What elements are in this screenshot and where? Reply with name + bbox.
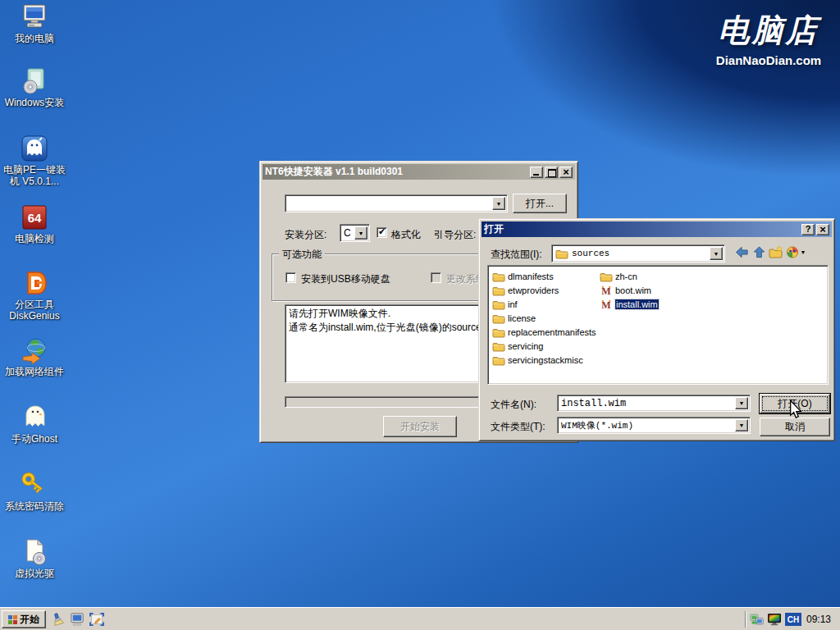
network-icon: [750, 614, 765, 626]
file-name: replacementmanifests: [508, 327, 596, 337]
desktop-icon-label: Windows安装: [2, 97, 67, 108]
desktop-cleaner-button[interactable]: [49, 611, 66, 628]
chevron-down-icon[interactable]: [710, 247, 723, 260]
filetype-label: 文件类型(T):: [491, 420, 546, 434]
nt6-title-bar[interactable]: NT6快捷安装器 v1.1 build0301: [262, 164, 575, 180]
back-arrow-icon: [735, 246, 749, 258]
desktop-icon-label: 系统密码清除: [2, 500, 67, 512]
windows-install-icon: [20, 67, 49, 95]
chevron-down-icon[interactable]: [492, 197, 505, 210]
look-in-combobox[interactable]: sources: [551, 244, 725, 262]
open-wim-button[interactable]: 打开...: [513, 194, 567, 213]
usb-install-checkbox[interactable]: [285, 272, 296, 283]
file-name: dlmanifests: [508, 272, 554, 281]
desktop-icon-pe-onekey[interactable]: 电脑PE一键装机 V5.0.1...: [2, 135, 67, 187]
file-item-folder[interactable]: servicing: [492, 340, 543, 353]
start-logo-icon: [8, 615, 17, 624]
start-button[interactable]: 开始: [2, 610, 46, 628]
display-settings-tray-icon[interactable]: [766, 611, 783, 628]
new-folder-icon: [769, 246, 783, 258]
nt6-window-title: NT6快捷安装器 v1.1 build0301: [265, 165, 528, 179]
desktop-icon-network-components[interactable]: 加载网络组件: [2, 336, 67, 377]
file-item-folder[interactable]: servicingstackmisc: [492, 354, 583, 367]
format-checkbox[interactable]: [377, 227, 387, 238]
folder-icon: [492, 313, 505, 324]
network-components-icon: [20, 336, 49, 364]
filetype-value: WIM映像(*.wim): [561, 419, 633, 431]
look-in-label: 查找范围(I):: [491, 248, 542, 262]
file-item-folder[interactable]: license: [492, 312, 536, 325]
desktop-icon-label: 我的电脑: [2, 33, 67, 44]
file-item-folder[interactable]: replacementmanifests: [492, 326, 596, 339]
start-button-label: 开始: [20, 613, 39, 627]
maximize-button[interactable]: [545, 167, 558, 178]
format-checkbox-label: 格式化: [391, 228, 421, 242]
chevron-down-icon: ▼: [801, 249, 806, 255]
filetype-combobox[interactable]: WIM映像(*.wim): [557, 417, 751, 434]
desktop-icon-label: 电脑PE一键装机 V5.0.1...: [2, 164, 67, 187]
up-arrow-icon: [752, 246, 766, 258]
manual-ghost-icon: [20, 404, 49, 431]
wim-file-icon: M: [600, 285, 613, 296]
file-name: boot.wim: [615, 285, 651, 295]
monitor-icon: [70, 613, 84, 626]
desktop: { "desktop": { "logo_title": "电脑店", "log…: [0, 0, 840, 630]
folder-icon: [492, 355, 505, 366]
minimize-button[interactable]: [530, 167, 543, 178]
desktop-icon-my-computer[interactable]: 我的电脑: [2, 3, 67, 44]
chevron-down-icon[interactable]: [735, 397, 748, 409]
desktop-icon-label: 手动Ghost: [2, 433, 67, 445]
close-button[interactable]: [559, 167, 573, 178]
desktop-icon-manual-ghost[interactable]: 手动Ghost: [2, 404, 67, 445]
dialog-cancel-button[interactable]: 取消: [760, 418, 830, 436]
desktop-icon-diskgenius[interactable]: 分区工具 DiskGenius: [2, 269, 67, 322]
tray-time: 09:13: [806, 614, 831, 625]
display-icon: [767, 613, 783, 626]
open-dialog-title-bar[interactable]: 打开: [482, 221, 832, 237]
desktop-icon-password-clear[interactable]: 系统密码清除: [2, 471, 67, 512]
open-file-dialog: 打开 查找范围(I): sources ▼: [478, 218, 835, 441]
desktop-icon-label: 分区工具 DiskGenius: [2, 299, 67, 322]
input-language-label: CH: [788, 615, 799, 624]
chevron-down-icon[interactable]: [354, 226, 368, 240]
help-button[interactable]: [801, 224, 815, 235]
boot-partition-label: 引导分区:: [434, 228, 476, 242]
desktop-icon-label: 加载网络组件: [2, 366, 67, 377]
dialog-open-button[interactable]: 打开(O): [760, 394, 830, 413]
input-language-indicator[interactable]: CH: [785, 613, 801, 626]
desktop-icon-hardware-check[interactable]: 64 电脑检测: [2, 203, 67, 244]
install-partition-combobox[interactable]: C: [340, 224, 370, 242]
file-item-folder[interactable]: inf: [492, 298, 518, 311]
desktop-icon-virtual-cdrom[interactable]: 虚拟光驱: [2, 538, 67, 579]
install-partition-value: C: [344, 227, 351, 239]
my-computer-icon: [20, 3, 49, 31]
wim-file-icon: M: [600, 299, 613, 310]
network-status-tray-icon[interactable]: [749, 611, 765, 628]
show-desktop-button[interactable]: [69, 611, 85, 628]
filename-combobox[interactable]: install.wim: [557, 395, 751, 412]
new-folder-button[interactable]: [768, 244, 784, 259]
chevron-down-icon[interactable]: [735, 419, 748, 431]
up-one-level-button[interactable]: [751, 244, 767, 259]
password-key-icon: [20, 471, 49, 499]
close-icon[interactable]: [816, 224, 829, 235]
tray-clock: 09:13: [806, 614, 831, 625]
screen-capture-button[interactable]: [89, 611, 105, 628]
file-item-folder[interactable]: etwproviders: [492, 284, 559, 297]
wim-path-combobox[interactable]: [285, 194, 508, 212]
back-button[interactable]: [733, 244, 750, 259]
file-item-wim-selected[interactable]: M install.wim: [600, 298, 659, 311]
file-item-folder[interactable]: zh-cn: [600, 270, 637, 283]
virtual-cdrom-icon: [20, 538, 49, 566]
file-item-wim[interactable]: M boot.wim: [600, 284, 651, 297]
view-menu-button[interactable]: ▼: [785, 244, 806, 259]
desktop-icon-windows-install[interactable]: Windows安装: [2, 67, 67, 108]
diskgenius-icon: [20, 269, 49, 297]
file-item-folder[interactable]: dlmanifests: [492, 270, 554, 283]
hardware-check-64-icon: 64: [20, 203, 49, 231]
file-list[interactable]: dlmanifests etwproviders inf license rep…: [487, 265, 829, 385]
folder-icon: [600, 272, 613, 282]
start-install-button: 开始安装: [383, 416, 457, 437]
file-name: inf: [508, 299, 518, 309]
folder-icon: [492, 341, 505, 352]
